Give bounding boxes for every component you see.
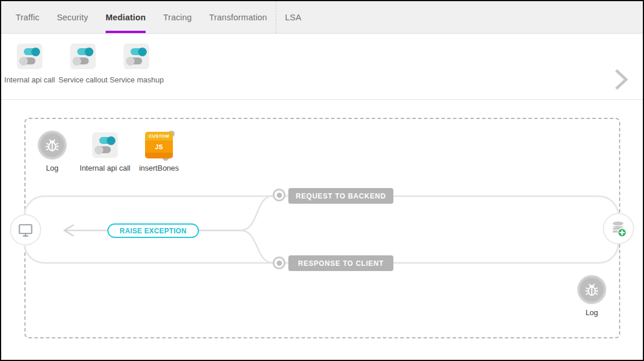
bug-log-icon	[38, 131, 67, 160]
fork-up	[240, 196, 274, 230]
palette-item-label: Service callout	[56, 75, 110, 84]
toggle-switch-icon	[92, 132, 118, 158]
policy-label: Log	[557, 308, 627, 317]
palette-item-label: Service mashup	[110, 75, 163, 84]
tab-label: Security	[57, 13, 88, 22]
palette-item-service-mashup[interactable]: Service mashup	[110, 42, 163, 99]
fork-down	[240, 230, 274, 263]
client-endpoint[interactable]	[10, 214, 41, 246]
tab-traffic[interactable]: Traffic	[7, 1, 48, 33]
toggle-switch-icon	[17, 44, 42, 69]
request-to-backend-label[interactable]: REQUEST TO BACKEND	[288, 188, 393, 204]
tab-mediation[interactable]: Mediation	[97, 1, 154, 33]
policy-insertbones[interactable]: CUSTOM JS insertBones	[124, 130, 194, 172]
tab-label: Traffic	[16, 13, 39, 22]
palette-item-service-callout[interactable]: Service callout	[56, 42, 110, 99]
raise-exception-label[interactable]: RAISE EXCEPTION	[107, 223, 199, 238]
tab-transformation[interactable]: Transformation	[201, 1, 276, 33]
tab-label: LSA	[285, 13, 301, 22]
toggle-switch-icon	[70, 44, 96, 69]
palette-next-button[interactable]	[613, 67, 630, 92]
tab-label: Mediation	[106, 13, 146, 22]
bug-log-icon	[577, 275, 606, 304]
policy-label: insertBones	[124, 164, 194, 172]
monitor-icon	[17, 221, 34, 239]
response-flow-node[interactable]	[273, 257, 285, 269]
mediation-flow-canvas[interactable]: Log Internal api call CUSTOM JS	[1, 100, 643, 360]
api-policy-editor-window: Traffic Security Mediation Tracing Trans…	[0, 0, 644, 361]
tab-tracing[interactable]: Tracing	[154, 1, 200, 33]
backend-endpoint[interactable]	[603, 213, 634, 244]
policy-tabbar: Traffic Security Mediation Tracing Trans…	[1, 1, 643, 34]
custom-js-badge-top: CUSTOM	[145, 132, 173, 140]
tab-label: Tracing	[163, 13, 191, 22]
palette-item-internal-api-call[interactable]: Internal api call	[3, 42, 56, 99]
policy-log-response[interactable]: Log	[557, 275, 627, 317]
tab-label: Transformation	[209, 13, 267, 22]
toggle-switch-icon	[124, 44, 149, 69]
response-to-client-label[interactable]: RESPONSE TO CLIENT	[288, 255, 393, 271]
custom-js-badge-text: JS	[145, 140, 173, 153]
policy-palette: Internal api call Service callout Servic…	[1, 34, 643, 100]
tab-security[interactable]: Security	[48, 1, 97, 33]
database-add-icon	[609, 219, 628, 239]
request-flow-node[interactable]	[273, 189, 285, 201]
palette-item-label: Internal api call	[3, 75, 56, 84]
tab-lsa[interactable]: LSA	[276, 1, 310, 33]
chevron-right-icon	[614, 68, 629, 91]
custom-js-icon: CUSTOM JS	[145, 132, 173, 158]
